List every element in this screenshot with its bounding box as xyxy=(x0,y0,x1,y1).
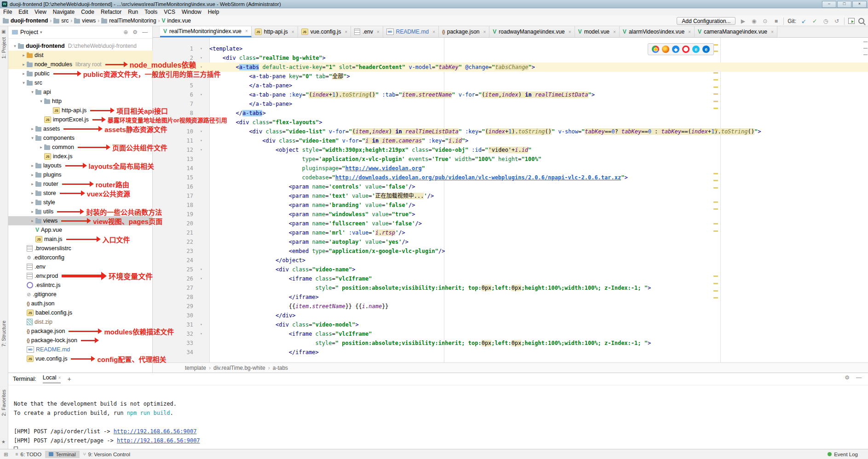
code-line-16[interactable]: 16<param name='controls' value='false'/> xyxy=(153,182,868,191)
breadcrumb-item-src[interactable]: src xyxy=(53,17,69,24)
close-button[interactable]: × xyxy=(852,1,867,8)
warning-stripe-mark[interactable] xyxy=(713,51,718,52)
breadcrumb-item-realTimeMonitoring[interactable]: realTimeMonitoring xyxy=(101,17,156,24)
tree-item-node_modules[interactable]: ▸node_moduleslibrary rootnode_modules依赖 xyxy=(8,60,153,69)
warning-stripe-mark[interactable] xyxy=(713,297,718,298)
warning-stripe-mark[interactable] xyxy=(713,79,718,80)
expand-arrow-icon[interactable]: ▸ xyxy=(29,200,35,205)
menu-run[interactable]: Run xyxy=(125,9,141,15)
expand-arrow-icon[interactable]: ▾ xyxy=(21,80,27,85)
tree-item-api[interactable]: ▾api xyxy=(8,87,153,97)
tree-item-.env[interactable]: .env xyxy=(8,262,153,271)
chevron-down-icon[interactable]: ▾ xyxy=(40,30,42,34)
tree-item-.env.prod[interactable]: .env.prod环境变量文件 xyxy=(8,271,153,281)
code-line-5[interactable]: 5</a-tab-pane> xyxy=(153,81,868,90)
expand-arrow-icon[interactable]: ▸ xyxy=(29,191,35,195)
tree-item-assets[interactable]: ▸assetsassets静态资源文件 xyxy=(8,124,153,133)
rail-structure-button[interactable]: 7: Structure xyxy=(1,321,6,347)
fold-marker-icon[interactable]: ▾ xyxy=(193,145,209,155)
warning-stripe-mark[interactable] xyxy=(713,180,718,181)
fold-marker-icon[interactable]: ▾ xyxy=(193,90,209,99)
fold-marker-icon[interactable]: ▾ xyxy=(193,44,209,53)
editor-tab-README.md[interactable]: MDREADME.md× xyxy=(383,26,439,37)
code-line-21[interactable]: 21<param name='mrl' :value='i.rtsp'/> xyxy=(153,228,868,237)
code-line-2[interactable]: 2▾<div class="realTime bg-white"> xyxy=(153,53,868,63)
terminal-hide-icon[interactable]: — xyxy=(856,374,862,381)
expand-arrow-icon[interactable]: ▸ xyxy=(21,53,27,57)
warning-stripe-mark[interactable] xyxy=(713,187,718,189)
tree-item-http[interactable]: ▾http xyxy=(8,97,153,106)
close-icon[interactable]: × xyxy=(569,29,571,34)
tree-item-common[interactable]: ▸common页面公共组件文件 xyxy=(8,143,153,152)
code-line-23[interactable]: 23<embed type="application/x-google-vlc-… xyxy=(153,247,868,256)
code-line-22[interactable]: 22<param name='autoplay' value='yes'/> xyxy=(153,237,868,247)
code-line-29[interactable]: 29{{item.streetName}} {{i.name}} xyxy=(153,302,868,311)
fold-marker-icon[interactable]: ▾ xyxy=(193,265,209,274)
tree-item-router[interactable]: ▸routerrouter路由 xyxy=(8,179,153,189)
search-everywhere-icon[interactable] xyxy=(858,18,864,24)
tree-item-public[interactable]: ▸publicpublic资源文件夹，一般放引用的第三方插件 xyxy=(8,69,153,78)
tree-item-src[interactable]: ▾src xyxy=(8,78,153,87)
warning-stripe-mark[interactable] xyxy=(713,208,718,210)
star-icon[interactable]: ★ xyxy=(1,439,6,444)
editor[interactable]: 1▾<template>2▾<div class="realTime bg-wh… xyxy=(153,38,868,362)
chrome-browser-icon[interactable] xyxy=(652,46,659,53)
editor-tab-cameraManage-index.vue[interactable]: VcameraManage\index.vue× xyxy=(695,26,777,37)
git-commit-icon[interactable]: ✓ xyxy=(811,18,818,24)
expand-arrow-icon[interactable]: ▸ xyxy=(21,71,27,76)
statusbar-9-version-control[interactable]: ⑂9: Version Control xyxy=(80,451,134,458)
close-icon[interactable]: × xyxy=(432,29,435,34)
code-line-30[interactable]: 30</div> xyxy=(153,311,868,320)
warning-stripe-mark[interactable] xyxy=(713,173,718,174)
code-line-3[interactable]: 3▾<a-tabs default-active-key="1" slot="h… xyxy=(153,63,868,72)
breadcrumb-item-index.vue[interactable]: Vindex.vue xyxy=(162,17,191,24)
code-line-14[interactable]: 14pluginspage="http://www.videolan.org" xyxy=(153,164,868,173)
warning-stripe-mark[interactable] xyxy=(713,44,718,46)
code-line-15[interactable]: 15codebase="http://downloads.videolan.or… xyxy=(153,173,868,182)
warning-stripe-mark[interactable] xyxy=(713,72,718,74)
tree-item-main.js[interactable]: JSmain.js入口文件 xyxy=(8,235,153,244)
code-line-10[interactable]: 10▾<div class="video-list" v-for="(item,… xyxy=(153,127,868,136)
breadcrumb-item-views[interactable]: views xyxy=(74,17,96,24)
tree-item-dist.zip[interactable]: dist.zip xyxy=(8,317,153,327)
add-configuration-button[interactable]: Add Configuration... xyxy=(677,17,736,25)
project-panel-header[interactable]: Project ▾ ⊕ ⚙ — xyxy=(8,26,152,39)
code-line-24[interactable]: 24</object> xyxy=(153,256,868,265)
code-line-20[interactable]: 20<param name='fullscreen' value='false'… xyxy=(153,219,868,228)
close-icon[interactable]: × xyxy=(245,29,248,34)
menu-refactor[interactable]: Refactor xyxy=(98,9,125,15)
code-line-32[interactable]: 32▾<iframe class="vlcIframe" xyxy=(153,329,868,339)
tree-item-views[interactable]: ▸viewsview视图、pages页面 xyxy=(8,216,153,225)
tree-item-.gitignore[interactable]: ⊘.gitignore xyxy=(8,290,153,299)
run-icon[interactable]: ▶ xyxy=(739,18,747,24)
fold-marker-icon[interactable]: ▾ xyxy=(193,274,209,283)
code-line-25[interactable]: 25▾<div class="video-name"> xyxy=(153,265,868,274)
close-icon[interactable]: × xyxy=(688,29,691,34)
expand-arrow-icon[interactable]: ▾ xyxy=(38,99,44,103)
tree-item-auth.json[interactable]: {}auth.json xyxy=(8,299,153,308)
terminal-tab-local[interactable]: Local× xyxy=(43,374,61,384)
menu-window[interactable]: Window xyxy=(178,9,205,15)
expand-arrow-icon[interactable]: ▸ xyxy=(38,145,44,149)
editor-tab-http-api.js[interactable]: JShttp-api.js× xyxy=(252,26,298,37)
expand-arrow-icon[interactable]: ▾ xyxy=(29,136,35,140)
tree-item-dist[interactable]: ▸dist xyxy=(8,51,153,60)
warning-stripe-mark[interactable] xyxy=(713,108,718,109)
expand-arrow-icon[interactable]: ▸ xyxy=(29,126,35,131)
menu-view[interactable]: View xyxy=(31,9,50,15)
tree-item-babel.config.js[interactable]: JSbabel.config.js xyxy=(8,308,153,317)
debug-icon[interactable]: ◉ xyxy=(750,18,758,24)
fold-marker-icon[interactable]: ▾ xyxy=(193,329,209,339)
ie-browser-icon[interactable]: e xyxy=(692,46,700,53)
expand-arrow-icon[interactable]: ▸ xyxy=(29,172,35,177)
tree-item-duoji-frontend[interactable]: ▾duoji-frontendD:\zheheWeb\duoji-fronten… xyxy=(8,41,153,51)
close-icon[interactable]: × xyxy=(613,29,616,34)
close-icon[interactable]: × xyxy=(377,29,379,34)
warning-stripe-mark[interactable] xyxy=(713,101,718,102)
terminal-link[interactable]: http://192.168.66.56:9007 xyxy=(114,428,197,435)
locate-file-icon[interactable]: ⊕ xyxy=(123,29,128,35)
tool-window-switcher-icon[interactable]: ⊞ xyxy=(4,451,8,458)
statusbar-terminal[interactable]: Terminal xyxy=(45,451,79,458)
terminal-link[interactable]: http://192.168.66.56:9007 xyxy=(117,437,200,444)
code-line-31[interactable]: 31▾<div class="video-model"> xyxy=(153,320,868,329)
